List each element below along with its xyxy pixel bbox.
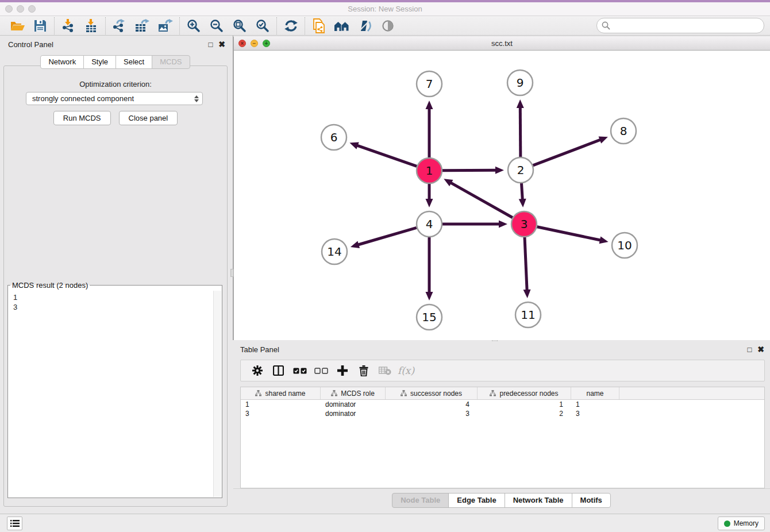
unselect-all-columns-icon[interactable]	[310, 361, 332, 380]
graph-arrowhead	[349, 142, 359, 149]
import-network-icon[interactable]	[57, 17, 80, 34]
task-history-button[interactable]	[7, 516, 22, 530]
graph-arrowhead	[519, 199, 526, 207]
graph-edge-2-3[interactable]	[521, 183, 522, 200]
graph-node-label: 2	[517, 163, 525, 177]
toolbar-separator	[276, 17, 277, 34]
network-close-button[interactable]: ×	[238, 40, 246, 47]
network-graph: 7968124314101511	[234, 51, 770, 340]
search-input[interactable]	[610, 21, 764, 30]
column-header-successor-nodes[interactable]: successor nodes	[386, 387, 478, 399]
export-image-icon[interactable]	[154, 17, 177, 34]
graph-edge-1-2[interactable]	[442, 170, 496, 171]
graph-edge-3-1[interactable]	[451, 183, 513, 218]
node-table[interactable]: shared nameMCDS rolesuccessor nodesprede…	[240, 387, 765, 488]
table-settings-icon[interactable]	[247, 361, 268, 380]
dropdown-selected-value: strongly connected component	[32, 94, 194, 103]
graph-edge-3-11[interactable]	[525, 237, 527, 291]
application-window: Session: New Session	[0, 0, 770, 532]
column-hierarchy-icon	[490, 390, 496, 396]
optimization-criterion-dropdown[interactable]: strongly connected component	[26, 92, 203, 105]
control-tab-network[interactable]: Network	[40, 55, 84, 69]
column-header-predecessor-nodes[interactable]: predecessor nodes	[478, 387, 571, 399]
refresh-icon[interactable]	[279, 17, 302, 34]
delete-columns-icon[interactable]	[353, 361, 374, 380]
network-minimize-button[interactable]: −	[251, 40, 258, 47]
float-panel-icon[interactable]: □	[208, 40, 213, 49]
column-header-shared-name[interactable]: shared name	[241, 387, 321, 399]
zoom-in-icon[interactable]	[182, 17, 205, 34]
column-header-name[interactable]: name	[571, 387, 619, 399]
table-cell[interactable]: 3	[571, 409, 619, 418]
table-row[interactable]: 1dominator411	[241, 400, 764, 409]
graph-edge-2-9[interactable]	[520, 107, 521, 157]
export-network-icon[interactable]	[108, 17, 131, 34]
table-row[interactable]: 3dominator323	[241, 409, 764, 418]
table-cell[interactable]: dominator	[321, 400, 386, 409]
control-panel-title: Control Panel	[8, 40, 208, 49]
table-tab-edge-table[interactable]: Edge Table	[448, 493, 505, 508]
control-tab-mcds[interactable]: MCDS	[152, 55, 190, 69]
column-header-MCDS-role[interactable]: MCDS role	[321, 387, 386, 399]
column-header-label: shared name	[265, 390, 305, 398]
open-network-document-icon[interactable]	[307, 17, 330, 34]
control-tab-style[interactable]: Style	[83, 55, 116, 69]
network-window-titlebar[interactable]: × − + scc.txt	[234, 37, 770, 51]
search-box[interactable]	[596, 18, 764, 33]
graph-node-label: 3	[521, 217, 528, 231]
import-table-icon[interactable]	[80, 17, 103, 34]
memory-label: Memory	[734, 519, 759, 527]
delete-table-icon[interactable]	[374, 361, 395, 380]
graph-node-label: 11	[521, 308, 535, 322]
mcds-result-box: MCDS result (2 nodes) 1 3	[7, 281, 222, 498]
table-cell[interactable]: 1	[241, 400, 321, 409]
network-view-window: × − + scc.txt 7968124314101511	[233, 37, 770, 340]
control-tab-select[interactable]: Select	[116, 55, 152, 69]
network-canvas[interactable]: 7968124314101511	[234, 51, 770, 340]
mcds-tab-content: Optimization criterion: strongly connect…	[3, 65, 228, 507]
select-all-columns-icon[interactable]	[289, 361, 310, 380]
close-table-panel-icon[interactable]: ✖	[757, 345, 764, 354]
table-tab-motifs[interactable]: Motifs	[572, 493, 611, 508]
graph-node-label: 4	[426, 217, 433, 231]
dropdown-stepper-icon	[194, 95, 199, 102]
close-panel-button[interactable]: Close panel	[119, 111, 178, 125]
mcds-result-text[interactable]: 1 3	[9, 291, 213, 497]
table-cell[interactable]: dominator	[321, 409, 386, 418]
graph-edge-2-8[interactable]	[533, 140, 601, 165]
table-cell[interactable]: 1	[478, 400, 571, 409]
memory-button[interactable]: Memory	[718, 516, 765, 530]
export-table-icon[interactable]	[131, 17, 154, 34]
graph-edge-3-10[interactable]	[537, 227, 601, 241]
column-header-label: successor nodes	[410, 390, 462, 398]
function-builder-icon[interactable]: f(x)	[395, 361, 417, 380]
bird-eye-view-icon[interactable]	[376, 17, 399, 34]
table-cell[interactable]: 1	[571, 400, 619, 409]
column-hierarchy-icon	[401, 390, 407, 396]
close-panel-icon[interactable]: ✖	[218, 40, 225, 49]
graph-edge-1-6[interactable]	[357, 145, 417, 167]
toggle-column-display-icon[interactable]	[268, 361, 289, 380]
column-hierarchy-icon	[255, 390, 261, 396]
network-maximize-button[interactable]: +	[263, 40, 270, 47]
create-column-icon[interactable]	[332, 361, 353, 380]
table-tab-node-table[interactable]: Node Table	[392, 493, 449, 508]
zoom-out-icon[interactable]	[205, 17, 228, 34]
table-cell[interactable]: 3	[241, 409, 321, 418]
table-cell[interactable]: 2	[478, 409, 571, 418]
save-session-icon[interactable]	[29, 17, 52, 34]
graph-edge-4-14[interactable]	[357, 228, 417, 245]
zoom-selected-icon[interactable]	[251, 17, 274, 34]
result-scrollbar[interactable]	[213, 291, 221, 497]
table-header-row: shared nameMCDS rolesuccessor nodesprede…	[241, 387, 764, 400]
graph-node-label: 8	[620, 124, 627, 138]
open-session-icon[interactable]	[6, 17, 29, 34]
run-mcds-button[interactable]: Run MCDS	[53, 111, 111, 125]
show-home-networks-icon[interactable]	[330, 17, 353, 34]
float-table-panel-icon[interactable]: □	[747, 345, 752, 354]
table-cell[interactable]: 4	[386, 400, 478, 409]
hide-annotations-icon[interactable]	[353, 17, 376, 34]
table-cell[interactable]: 3	[386, 409, 478, 418]
table-tab-network-table[interactable]: Network Table	[505, 493, 572, 508]
zoom-fit-icon[interactable]	[228, 17, 251, 34]
